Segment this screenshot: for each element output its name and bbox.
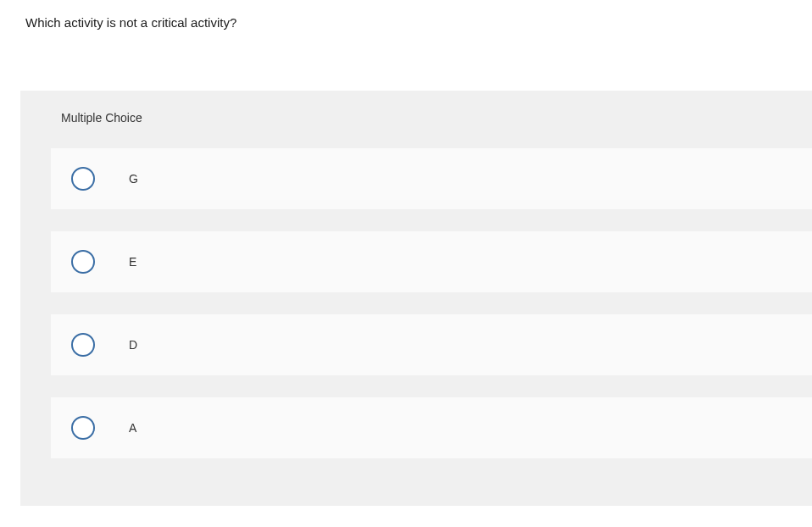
options-list: G E D A xyxy=(20,148,812,458)
option-row[interactable]: A xyxy=(51,397,812,458)
radio-icon[interactable] xyxy=(71,250,95,274)
option-label: D xyxy=(129,338,137,352)
option-row[interactable]: D xyxy=(51,314,812,375)
option-label: E xyxy=(129,255,136,269)
radio-icon[interactable] xyxy=(71,167,95,191)
multiple-choice-header: Multiple Choice xyxy=(20,91,812,148)
option-label: A xyxy=(129,421,136,435)
option-row[interactable]: G xyxy=(51,148,812,209)
radio-icon[interactable] xyxy=(71,333,95,357)
question-text: Which activity is not a critical activit… xyxy=(0,0,812,30)
radio-icon[interactable] xyxy=(71,416,95,440)
answer-section: Multiple Choice G E D A xyxy=(20,91,812,506)
option-label: G xyxy=(129,172,138,186)
option-row[interactable]: E xyxy=(51,231,812,292)
